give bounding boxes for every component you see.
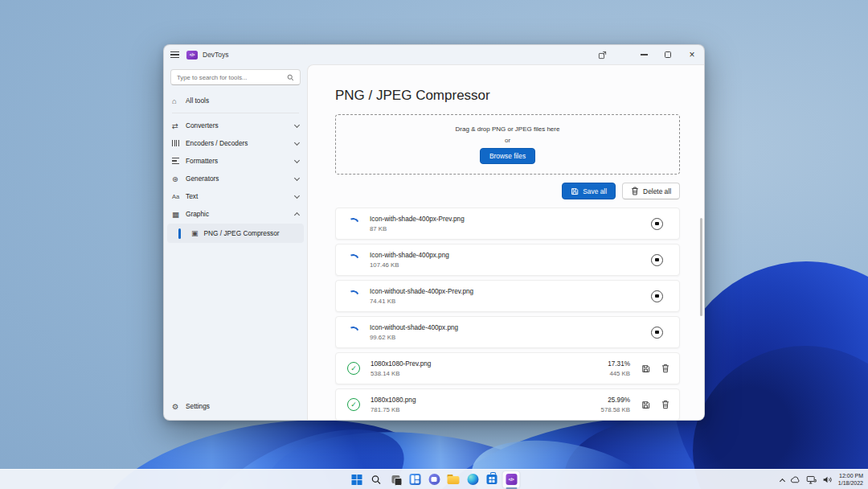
file-row: ✓ 1080x1080-Prev.png 538.14 KB 17.31% 44… <box>335 352 680 384</box>
save-file-button[interactable] <box>641 364 650 373</box>
sidebar-item-all-tools[interactable]: ⌂ All tools <box>164 92 307 109</box>
file-size: 74.41 KB <box>370 298 651 305</box>
compressed-size: 578.58 KB <box>601 406 630 413</box>
file-row: Icon-with-shade-400px.png 107.46 KB <box>335 244 680 276</box>
windows-start-icon <box>352 475 362 485</box>
sidebar-item-graphic[interactable]: ▦ Graphic <box>164 205 307 223</box>
file-row: Icon-with-shade-400px-Prev.png 87 KB <box>335 208 680 240</box>
file-name: Icon-with-shade-400px-Prev.png <box>370 216 651 223</box>
tray-expand-button[interactable] <box>780 477 784 483</box>
converters-icon: ⇄ <box>172 121 186 130</box>
file-row: ✓ 1080x1080.png 781.75 KB 25.99% 578.58 … <box>335 388 680 420</box>
devtoys-icon: </> <box>506 474 517 485</box>
text-icon: Aa <box>172 193 186 200</box>
trash-icon <box>631 187 639 195</box>
file-size: 87 KB <box>370 225 651 232</box>
sidebar-item-settings[interactable]: ⚙ Settings <box>164 397 307 415</box>
devtoys-window: </> DevToys × ⌂ <box>163 44 705 421</box>
maximize-button[interactable] <box>656 45 680 64</box>
sidebar-item-generators[interactable]: ⊛ Generators <box>164 170 307 187</box>
chevron-down-icon <box>294 157 300 162</box>
cloud-icon <box>790 476 800 483</box>
taskbar: </> 12:00 PM 1/18/2022 <box>0 469 868 489</box>
delete-all-button[interactable]: Delete all <box>622 183 680 199</box>
save-icon <box>641 401 650 409</box>
sidebar-item-formatters[interactable]: Formatters <box>164 152 307 170</box>
compact-overlay-button[interactable] <box>590 45 614 64</box>
taskbar-clock[interactable]: 12:00 PM 1/18/2022 <box>838 473 863 487</box>
search-input[interactable] <box>177 74 287 81</box>
file-name: Icon-with-shade-400px.png <box>370 252 651 259</box>
tool-search-box[interactable] <box>170 69 301 85</box>
folder-icon <box>448 475 460 484</box>
compressed-size: 445 KB <box>609 370 630 377</box>
delete-file-button[interactable] <box>661 400 669 409</box>
chevron-up-icon <box>294 212 300 218</box>
task-view-icon <box>388 472 403 487</box>
stop-icon <box>655 222 659 226</box>
trash-icon <box>661 400 669 409</box>
file-explorer-button[interactable] <box>445 471 462 488</box>
tray-date: 1/18/2022 <box>838 480 863 486</box>
save-icon <box>571 187 579 195</box>
progress-spinner-icon <box>346 289 361 304</box>
volume-tray-button[interactable] <box>822 475 833 484</box>
sidebar-item-converters[interactable]: ⇄ Converters <box>164 117 307 134</box>
drag-drop-zone[interactable]: Drag & drop PNG or JPEG files here or Br… <box>335 114 680 175</box>
store-button[interactable] <box>484 471 501 488</box>
sidebar: ⌂ All tools ⇄ Converters Encoders / Deco… <box>164 64 307 420</box>
cancel-compression-button[interactable] <box>651 254 663 266</box>
sidebar-item-png-jpeg-compressor[interactable]: ▣ PNG / JPEG Compressor <box>167 224 304 243</box>
file-name: Icon-without-shade-400px.png <box>370 324 651 331</box>
file-name: 1080x1080-Prev.png <box>371 360 608 368</box>
success-check-icon: ✓ <box>347 398 360 411</box>
maximize-icon <box>665 51 671 58</box>
edge-button[interactable] <box>465 471 481 488</box>
home-icon: ⌂ <box>172 97 186 105</box>
dropzone-or-label: or <box>505 137 510 144</box>
save-all-button[interactable]: Save all <box>562 183 616 199</box>
scrollbar[interactable] <box>700 218 702 316</box>
formatters-icon <box>172 158 186 163</box>
task-view-button[interactable] <box>387 471 404 488</box>
chat-button[interactable] <box>426 471 443 488</box>
file-size: 781.75 KB <box>371 406 601 413</box>
start-button[interactable] <box>349 471 366 488</box>
chevron-down-icon <box>294 121 300 127</box>
progress-spinner-icon <box>346 325 361 340</box>
sidebar-item-encoders-decoders[interactable]: Encoders / Decoders <box>164 134 307 152</box>
close-button[interactable]: × <box>680 45 704 64</box>
cancel-compression-button[interactable] <box>651 218 663 230</box>
success-check-icon: ✓ <box>347 362 360 375</box>
selection-indicator <box>178 228 181 239</box>
cancel-compression-button[interactable] <box>651 327 663 339</box>
network-tray-button[interactable] <box>806 475 817 484</box>
edge-icon <box>467 474 478 485</box>
onedrive-tray-button[interactable] <box>790 476 800 483</box>
delete-file-button[interactable] <box>661 364 669 373</box>
page-title: PNG / JPEG Compressor <box>335 88 680 104</box>
devtoys-logo-icon: </> <box>186 51 198 60</box>
stop-icon <box>655 258 659 262</box>
titlebar[interactable]: </> DevToys × <box>164 45 704 64</box>
taskbar-search-button[interactable] <box>368 471 385 488</box>
browse-files-button[interactable]: Browse files <box>480 148 535 164</box>
cancel-compression-button[interactable] <box>651 290 663 302</box>
hamburger-menu-button[interactable] <box>164 45 185 64</box>
chevron-down-icon <box>294 139 300 145</box>
gear-icon: ⚙ <box>172 402 186 411</box>
save-file-button[interactable] <box>641 401 650 409</box>
chevron-down-icon <box>294 175 300 180</box>
file-list: Icon-with-shade-400px-Prev.png 87 KB Ico… <box>335 208 680 420</box>
file-name: Icon-without-shade-400px-Prev.png <box>370 288 651 295</box>
close-icon: × <box>689 50 694 60</box>
devtoys-taskbar-button[interactable]: </> <box>503 471 520 488</box>
chat-icon <box>428 474 440 485</box>
tray-time: 12:00 PM <box>839 473 863 479</box>
widgets-button[interactable] <box>407 471 424 488</box>
search-icon <box>371 475 382 485</box>
minimize-button[interactable] <box>632 45 656 64</box>
display-network-icon <box>806 475 817 484</box>
file-size: 107.46 KB <box>370 261 651 269</box>
sidebar-item-text[interactable]: Aa Text <box>164 187 307 205</box>
